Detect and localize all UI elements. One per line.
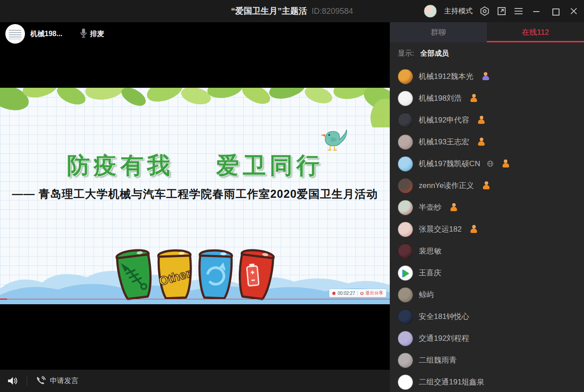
- settings-hexagon-icon[interactable]: [480, 6, 490, 16]
- member-avatar: [398, 178, 413, 193]
- mic-queue-label: 排麦: [90, 29, 104, 39]
- member-name: 机械1912魏本光: [419, 71, 474, 82]
- presenter-row: 机械198... 排麦: [5, 24, 104, 44]
- member-row[interactable]: 机械1912魏本光: [390, 65, 584, 87]
- user-avatar[interactable]: [424, 4, 437, 18]
- member-filter-row: 显示: 全部成员: [390, 42, 584, 65]
- member-avatar: [398, 69, 413, 84]
- toolbar-divider: [27, 376, 27, 386]
- leaves-decoration: [0, 88, 390, 127]
- member-row[interactable]: 机械193王志宏: [390, 131, 584, 153]
- speaker-button[interactable]: [7, 376, 19, 386]
- member-row[interactable]: 机械197魏凯硕CN: [390, 153, 584, 175]
- member-row[interactable]: 机械198刘浩: [390, 87, 584, 109]
- recording-dot-icon: [332, 292, 335, 295]
- slide-title-row: 防疫有我 爱卫同行: [0, 150, 390, 181]
- member-row[interactable]: 王喜庆: [390, 262, 584, 284]
- member-row[interactable]: 机械192申代容: [390, 109, 584, 131]
- titlebar: “爱国卫生月”主题活 ID:8209584 主持模式: [0, 0, 584, 22]
- member-list: 机械1912魏本光 机械198刘浩 机械192申代容 机械193王志宏 机械19…: [390, 65, 584, 392]
- member-name: 安全181钟悦心: [419, 311, 469, 322]
- filter-label: 显示:: [398, 49, 414, 58]
- recording-pill[interactable]: 00:02:27 退出分享: [329, 289, 386, 297]
- member-avatar: [398, 156, 413, 172]
- globe-icon: [487, 160, 494, 167]
- member-name: 机械197魏凯硕CN: [419, 159, 480, 169]
- bin-recyclable: [194, 248, 235, 303]
- member-row[interactable]: 裴思敏: [390, 240, 584, 262]
- video-stage: 机械198... 排麦: [0, 22, 390, 370]
- slide-subtitle: —— 青岛理工大学机械与汽车工程学院春雨工作室2020爱国卫生月活动: [0, 187, 390, 201]
- member-row[interactable]: 交通192刘程程: [390, 327, 584, 349]
- recording-time: 00:02:27: [338, 291, 355, 296]
- member-avatar: [398, 375, 413, 390]
- member-row[interactable]: zennYe读作正义: [390, 175, 584, 196]
- role-badge-icon: [482, 181, 490, 190]
- member-name: 二组魏雨青: [419, 355, 457, 365]
- member-avatar: [398, 200, 413, 215]
- role-badge-icon: [478, 116, 485, 124]
- page-title: “爱国卫生月”主题活: [231, 5, 307, 17]
- member-name: 半壶纱: [419, 202, 441, 212]
- member-row[interactable]: 二组交通191俎鑫泉: [390, 371, 584, 392]
- member-avatar: [398, 113, 413, 128]
- close-button[interactable]: [568, 5, 580, 17]
- request-speak-button[interactable]: 申请发言: [35, 376, 78, 386]
- bin-hazardous: [232, 246, 278, 304]
- popout-icon[interactable]: [497, 6, 506, 16]
- shared-slide: 防疫有我 爱卫同行 —— 青岛理工大学机械与汽车工程学院春雨工作室2020爱国卫…: [0, 88, 390, 304]
- sidebar-tabs: 群聊 在线112: [390, 22, 584, 42]
- member-row[interactable]: 安全181钟悦心: [390, 306, 584, 327]
- member-name: 机械198刘浩: [419, 93, 461, 103]
- tab-group-chat[interactable]: 群聊: [390, 22, 487, 42]
- exit-share-label: 退出分享: [365, 290, 383, 296]
- slide-title-left: 防疫有我: [67, 150, 174, 181]
- mic-queue-button[interactable]: 排麦: [80, 28, 104, 40]
- member-name: 鲸屿: [419, 290, 434, 300]
- tab-online-members[interactable]: 在线112: [487, 22, 584, 42]
- maximize-button[interactable]: [549, 5, 561, 17]
- microphone-icon: [80, 28, 87, 40]
- sidebar: 群聊 在线112 显示: 全部成员 机械1912魏本光 机械198刘浩 机械19…: [390, 22, 584, 392]
- menu-icon[interactable]: [514, 6, 523, 16]
- app-window: “爱国卫生月”主题活 ID:8209584 主持模式 机械198...: [0, 0, 584, 392]
- member-name: 王喜庆: [419, 268, 441, 278]
- member-avatar: [398, 309, 413, 324]
- member-avatar: [398, 353, 413, 368]
- member-avatar: [398, 331, 413, 346]
- trash-bins-illustration: Other: [115, 248, 275, 302]
- power-icon: [360, 291, 364, 295]
- member-avatar: [398, 244, 413, 259]
- member-name: zennYe读作正义: [419, 180, 474, 191]
- member-name: 机械193王志宏: [419, 137, 469, 147]
- role-badge-icon: [470, 225, 478, 233]
- member-name: 张晨交运182: [419, 224, 461, 234]
- member-avatar: [398, 135, 413, 150]
- pill-divider: [357, 291, 358, 295]
- member-row[interactable]: 鲸屿: [390, 284, 584, 306]
- member-name: 机械192申代容: [419, 115, 469, 125]
- member-row[interactable]: 二组魏雨青: [390, 349, 584, 371]
- play-logo-icon: [403, 270, 409, 278]
- member-name: 二组交通191俎鑫泉: [419, 377, 484, 387]
- host-mode-label: 主持模式: [444, 7, 473, 16]
- role-badge-icon: [470, 94, 478, 102]
- member-row[interactable]: 张晨交运182: [390, 218, 584, 240]
- bin-other-waste: Other: [154, 248, 195, 303]
- minimize-button[interactable]: [531, 5, 542, 17]
- phone-icon: [35, 376, 46, 386]
- speaker-icon: [7, 376, 19, 386]
- exit-share-button[interactable]: 退出分享: [360, 290, 383, 296]
- member-row[interactable]: 半壶纱: [390, 196, 584, 218]
- filter-value-dropdown[interactable]: 全部成员: [420, 49, 449, 58]
- role-badge-icon: [478, 138, 485, 146]
- role-badge-icon: [482, 72, 490, 81]
- member-name: 裴思敏: [419, 246, 441, 256]
- member-avatar: [398, 222, 413, 237]
- bin-kitchen-waste: [112, 246, 157, 304]
- presenter-avatar[interactable]: [5, 24, 25, 44]
- request-speak-label: 申请发言: [50, 376, 78, 386]
- member-avatar: [398, 287, 413, 302]
- member-avatar: [398, 91, 413, 106]
- slide-title-right: 爱卫同行: [216, 150, 323, 181]
